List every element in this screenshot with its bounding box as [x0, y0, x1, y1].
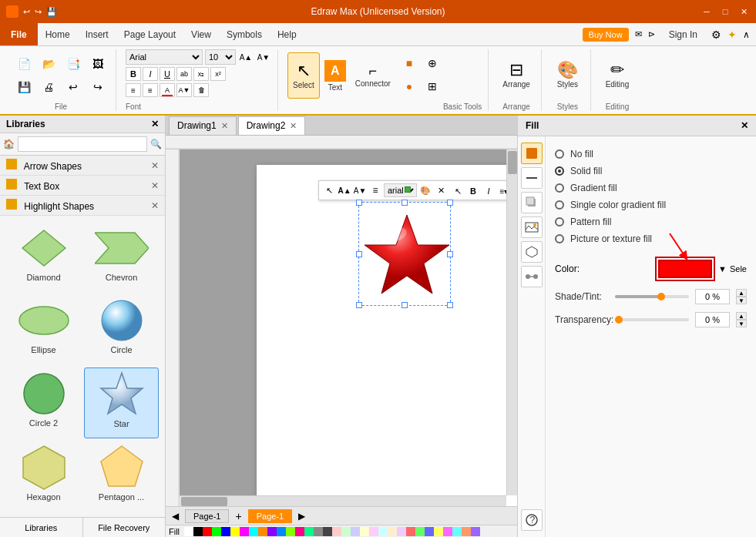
- arrow-shapes-close[interactable]: ✕: [151, 160, 159, 171]
- fill-option-gradient[interactable]: Gradient fill: [555, 180, 747, 196]
- highlight-btn[interactable]: A▼: [176, 83, 192, 97]
- font-size-select[interactable]: 10: [205, 49, 236, 65]
- tab-drawing1[interactable]: Drawing1 ✕: [169, 116, 237, 135]
- shape-line-btn[interactable]: ⊕: [422, 52, 443, 74]
- pdf-btn[interactable]: 📑: [62, 53, 85, 75]
- highlight-shapes-close[interactable]: ✕: [151, 200, 159, 211]
- palette-color[interactable]: [406, 527, 415, 536]
- fill-sidebar-3d-btn[interactable]: [521, 241, 543, 263]
- shade-tint-track[interactable]: [615, 295, 689, 298]
- fill-color-swatch[interactable]: [658, 260, 712, 278]
- font-family-select[interactable]: Arial: [126, 49, 203, 65]
- handle-tm[interactable]: [402, 200, 408, 206]
- share-icon[interactable]: ⊳: [648, 29, 655, 39]
- fill-option-single-gradient[interactable]: Single color gradient fill: [555, 196, 747, 213]
- palette-color[interactable]: [203, 527, 212, 536]
- palette-color[interactable]: [212, 527, 221, 536]
- palette-color[interactable]: [295, 527, 304, 536]
- subscript-btn[interactable]: x₂: [193, 67, 209, 81]
- radio-solid-fill[interactable]: [555, 166, 564, 176]
- palette-color[interactable]: [425, 527, 434, 536]
- palette-color[interactable]: [277, 527, 286, 536]
- palette-color[interactable]: [193, 527, 203, 536]
- radio-gradient-fill[interactable]: [555, 183, 564, 193]
- transparency-up[interactable]: ▲: [736, 312, 747, 320]
- italic-btn[interactable]: I: [143, 67, 158, 81]
- logo-icon[interactable]: ✦: [727, 29, 737, 41]
- file-recovery-btn[interactable]: File Recovery: [83, 518, 166, 537]
- next-page-btn[interactable]: ▶: [298, 511, 305, 522]
- styles-btn[interactable]: 🎨 Styles: [552, 52, 583, 99]
- radio-single-gradient[interactable]: [555, 200, 564, 210]
- fill-sidebar-fill-btn[interactable]: [521, 143, 543, 164]
- page-tab-active[interactable]: Page-1: [248, 509, 292, 523]
- shape-item-ellipse[interactable]: Ellipse: [6, 294, 81, 364]
- ft-text-up-btn[interactable]: A▲: [338, 183, 351, 197]
- undo-ribbon-btn[interactable]: ↩: [62, 76, 85, 98]
- fill-sidebar-line-btn[interactable]: [521, 167, 543, 189]
- undo-btn[interactable]: ↩: [23, 7, 30, 17]
- editing-btn[interactable]: ✏ Editing: [601, 52, 634, 99]
- close-btn[interactable]: ✕: [738, 5, 750, 18]
- fill-option-no-fill[interactable]: No fill: [555, 146, 747, 163]
- text-box-header[interactable]: Text Box ✕: [0, 176, 165, 195]
- tab-drawing1-close[interactable]: ✕: [221, 121, 228, 131]
- select-btn[interactable]: ↖ Select: [287, 52, 320, 99]
- clear-format-btn[interactable]: 🗑: [193, 83, 209, 97]
- menu-home[interactable]: Home: [38, 26, 78, 43]
- palette-color[interactable]: [369, 527, 378, 536]
- palette-color[interactable]: [388, 527, 397, 536]
- fill-panel-close[interactable]: ✕: [741, 120, 748, 131]
- plus-btn[interactable]: ⊞: [422, 76, 443, 97]
- palette-color[interactable]: [184, 527, 193, 536]
- palette-color[interactable]: [471, 527, 480, 536]
- fill-sidebar-shadow-btn[interactable]: [521, 192, 543, 213]
- save-btn[interactable]: 💾: [12, 76, 35, 98]
- home-icon[interactable]: 🏠: [3, 139, 15, 149]
- open-btn[interactable]: 📂: [37, 53, 60, 75]
- radio-no-fill[interactable]: [555, 149, 564, 159]
- save-icon[interactable]: 💾: [46, 7, 57, 17]
- sign-in-btn[interactable]: Sign In: [661, 26, 705, 43]
- align-right-btn[interactable]: ≡: [143, 83, 158, 97]
- transparency-track[interactable]: [615, 318, 689, 321]
- ft-align-btn[interactable]: ≡: [368, 183, 382, 197]
- palette-color[interactable]: [323, 527, 332, 536]
- radio-pattern-fill[interactable]: [555, 217, 564, 227]
- print-btn[interactable]: 🖨: [37, 76, 60, 98]
- shade-tint-down[interactable]: ▼: [736, 297, 747, 304]
- palette-color[interactable]: [304, 527, 314, 536]
- ft-bold-btn[interactable]: B: [466, 184, 480, 198]
- add-page-btn[interactable]: +: [235, 510, 241, 522]
- menu-page-layout[interactable]: Page Layout: [116, 26, 183, 43]
- shape-rect-btn[interactable]: ■: [398, 52, 420, 74]
- shape-circle-btn[interactable]: ●: [398, 76, 420, 97]
- highlight-shapes-header[interactable]: Highlight Shapes ✕: [0, 196, 165, 215]
- superscript-btn[interactable]: x²: [210, 67, 226, 81]
- palette-color[interactable]: [267, 527, 277, 536]
- ft-close-toolbar-btn[interactable]: ✕: [434, 183, 448, 197]
- menu-symbols[interactable]: Symbols: [219, 26, 270, 43]
- menu-insert[interactable]: Insert: [78, 26, 116, 43]
- select-dropdown-btn[interactable]: ▼: [718, 264, 727, 274]
- shade-tint-up[interactable]: ▲: [736, 289, 747, 297]
- redo-ribbon-btn[interactable]: ↪: [86, 76, 109, 98]
- radio-picture-fill[interactable]: [555, 234, 564, 243]
- ft-cursor-btn[interactable]: ↖: [322, 183, 336, 197]
- menu-help[interactable]: Help: [270, 26, 304, 43]
- redo-btn[interactable]: ↪: [35, 7, 42, 17]
- shade-tint-input[interactable]: [695, 289, 730, 304]
- fill-option-pattern[interactable]: Pattern fill: [555, 213, 747, 230]
- shape-item-star[interactable]: Star: [84, 368, 159, 438]
- palette-color[interactable]: [434, 527, 443, 536]
- search-icon[interactable]: 🔍: [150, 139, 162, 149]
- img-btn[interactable]: 🖼: [86, 53, 109, 75]
- arrange-btn[interactable]: ⊟ Arrange: [498, 52, 535, 99]
- rotation-handle[interactable]: [405, 186, 411, 193]
- buy-now-btn[interactable]: Buy Now: [583, 28, 629, 42]
- bold-btn[interactable]: B: [126, 67, 141, 81]
- menu-view[interactable]: View: [183, 26, 219, 43]
- handle-tl[interactable]: [356, 200, 362, 206]
- transparency-down[interactable]: ▼: [736, 320, 747, 327]
- page-tab-1[interactable]: Page-1: [185, 509, 229, 523]
